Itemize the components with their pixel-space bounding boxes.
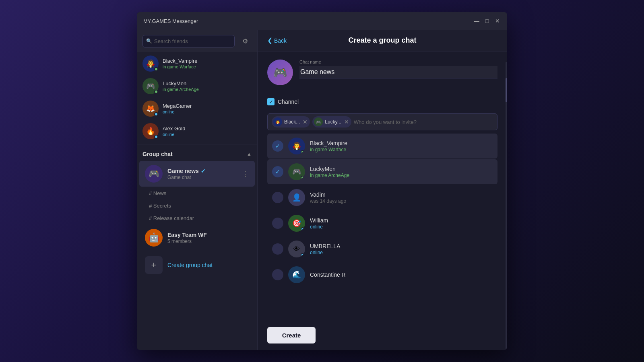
verified-badge: ✔ bbox=[201, 168, 206, 174]
person-item-ppl-constantine[interactable]: 🌊 Constantine R bbox=[267, 262, 497, 287]
friend-item-black-vampire[interactable]: 🧛 Black_Vampire in game Warface bbox=[137, 52, 257, 75]
person-item-ppl-umbrella[interactable]: 👁 UMBRELLA online bbox=[267, 237, 497, 261]
avatar-wrap-mega-gamer: 🦊 bbox=[142, 101, 159, 117]
person-status-ppl-black-vampire: in game Warface bbox=[310, 147, 493, 152]
create-button-area: Create bbox=[258, 321, 507, 350]
person-avatar-ppl-lucky-men: 🎮 bbox=[288, 163, 305, 180]
settings-button[interactable]: ⚙ bbox=[239, 35, 252, 47]
chip-remove-chip-black[interactable]: ✕ bbox=[303, 119, 308, 125]
friend-item-alex-gold[interactable]: 🔥 Alex Gold online bbox=[137, 120, 257, 142]
person-item-ppl-lucky-men[interactable]: ✓ 🎮 LuckyMen in game ArcheAge bbox=[267, 159, 497, 184]
search-icon: 🔍 bbox=[146, 38, 152, 44]
people-list: ✓ 🧛 Black_Vampire in game Warface ✓ 🎮 Lu… bbox=[258, 134, 507, 321]
maximize-button[interactable]: □ bbox=[484, 18, 490, 24]
team-item-easy-team-wf[interactable]: 🤖 Easy Team WF 5 members bbox=[139, 225, 255, 251]
person-status-ppl-umbrella: online bbox=[310, 250, 493, 255]
status-dot-mega-gamer bbox=[154, 112, 158, 116]
channel-checkbox-label: Channel bbox=[278, 99, 299, 105]
person-status-ppl-lucky-men: in game ArcheAge bbox=[310, 173, 493, 178]
chip-remove-chip-lucky[interactable]: ✕ bbox=[344, 119, 349, 125]
friend-info-mega-gamer: MegaGamer online bbox=[163, 103, 252, 114]
friend-status-black-vampire: in game Warface bbox=[163, 64, 252, 69]
create-group-chat-button[interactable]: + Create group chat bbox=[139, 252, 255, 278]
friend-info-alex-gold: Alex Gold online bbox=[163, 125, 252, 137]
team-sub: 5 members bbox=[167, 239, 249, 244]
collapse-icon[interactable]: ▲ bbox=[247, 151, 252, 157]
chat-menu-button[interactable]: ⋮ bbox=[242, 169, 249, 178]
scrollbar[interactable] bbox=[506, 62, 507, 350]
invite-input[interactable] bbox=[354, 119, 493, 125]
friend-info-lucky-men: LuckyMen in game ArcheAge bbox=[163, 80, 252, 92]
app-title: MY.GAMES Messenger bbox=[143, 18, 198, 24]
person-check-ppl-constantine bbox=[272, 269, 283, 280]
friend-name-black-vampire: Black_Vampire bbox=[163, 58, 252, 64]
status-dot-alex-gold bbox=[154, 135, 158, 139]
create-button[interactable]: Create bbox=[267, 327, 316, 343]
back-label: Back bbox=[274, 37, 287, 44]
search-input[interactable] bbox=[142, 35, 235, 47]
person-item-ppl-vadim[interactable]: 👤 Vadim was 14 days ago bbox=[267, 185, 497, 210]
chat-item-game-news[interactable]: 🎮 Game news ✔ Game chat ⋮ bbox=[139, 161, 255, 187]
team-name: Easy Team WF bbox=[167, 232, 249, 238]
friend-item-lucky-men[interactable]: 🎮 LuckyMen in game ArcheAge bbox=[137, 75, 257, 97]
friend-status-alex-gold: online bbox=[163, 132, 252, 137]
close-button[interactable]: ✕ bbox=[494, 18, 501, 24]
right-panel: ❮ Back Create a group chat 🎮 Chat name ✓… bbox=[258, 30, 507, 350]
status-dot-lucky-men bbox=[154, 90, 158, 94]
person-item-ppl-black-vampire[interactable]: ✓ 🧛 Black_Vampire in game Warface bbox=[267, 134, 497, 158]
group-header: Group chat ▲ bbox=[137, 146, 257, 160]
section-divider bbox=[137, 144, 257, 144]
chat-name-input[interactable] bbox=[299, 66, 497, 78]
person-check-ppl-black-vampire: ✓ bbox=[272, 140, 283, 152]
person-name-ppl-umbrella: UMBRELLA bbox=[310, 243, 493, 249]
plus-icon: + bbox=[145, 256, 163, 274]
person-item-ppl-william[interactable]: 🎯 William online bbox=[267, 211, 497, 236]
invite-chip-chip-black: 🧛 Black... ✕ bbox=[272, 116, 310, 128]
channel-checkbox[interactable]: ✓ bbox=[267, 98, 275, 105]
chat-info-game-news: Game news ✔ Game chat bbox=[167, 168, 237, 180]
chat-sub: Game chat bbox=[167, 175, 237, 180]
person-avatar-ppl-vadim: 👤 bbox=[288, 189, 305, 206]
person-check-ppl-lucky-men: ✓ bbox=[272, 166, 283, 177]
form-fields: Chat name bbox=[299, 60, 497, 78]
app-window: MY.GAMES Messenger — □ ✕ 🔍 ⚙ 🧛 bbox=[137, 12, 507, 350]
minimize-button[interactable]: — bbox=[473, 18, 480, 24]
invite-box: 🧛 Black... ✕ 🎮 Lucky... ✕ bbox=[267, 113, 497, 130]
friend-name-lucky-men: LuckyMen bbox=[163, 80, 252, 86]
person-avatar-ppl-constantine: 🌊 bbox=[288, 266, 305, 283]
chat-avatar-game-news: 🎮 bbox=[145, 165, 163, 183]
chat-name: Game news bbox=[167, 168, 199, 174]
invite-area: 🧛 Black... ✕ 🎮 Lucky... ✕ bbox=[258, 110, 507, 134]
person-name-ppl-william: William bbox=[310, 217, 493, 224]
channel-release-calendar[interactable]: # Release calendar bbox=[137, 212, 257, 224]
person-avatar-ppl-umbrella: 👁 bbox=[288, 241, 305, 257]
person-avatar-ppl-black-vampire: 🧛 bbox=[288, 138, 305, 154]
person-avatar-ppl-william: 🎯 bbox=[288, 215, 305, 232]
title-bar: MY.GAMES Messenger — □ ✕ bbox=[137, 12, 507, 30]
friend-name-alex-gold: Alex Gold bbox=[163, 125, 252, 132]
person-name-ppl-constantine: Constantine R bbox=[310, 272, 493, 278]
back-button[interactable]: ❮ Back bbox=[267, 37, 287, 44]
right-header: ❮ Back Create a group chat bbox=[258, 30, 507, 51]
friend-status-lucky-men: in game ArcheAge bbox=[163, 87, 252, 92]
person-status-ppl-william: online bbox=[310, 224, 493, 230]
person-info-ppl-vadim: Vadim was 14 days ago bbox=[310, 191, 493, 204]
channel-news[interactable]: # News bbox=[137, 187, 257, 200]
right-panel-title: Create a group chat bbox=[348, 36, 416, 45]
create-group-chat-label: Create group chat bbox=[167, 262, 213, 268]
person-status-ppl-vadim: was 14 days ago bbox=[310, 198, 493, 204]
channel-row: ✓ Channel bbox=[258, 93, 507, 110]
check-icon: ✓ bbox=[275, 169, 280, 175]
channel-secrets[interactable]: # Secrets bbox=[137, 200, 257, 212]
scrollbar-thumb bbox=[506, 78, 507, 102]
team-info-easy-team-wf: Easy Team WF 5 members bbox=[167, 232, 249, 244]
group-section: Group chat ▲ 🎮 Game news ✔ Game chat ⋮ bbox=[137, 146, 257, 350]
person-info-ppl-lucky-men: LuckyMen in game ArcheAge bbox=[310, 166, 493, 178]
group-icon-picker[interactable]: 🎮 bbox=[267, 60, 293, 85]
main-content: 🔍 ⚙ 🧛 Black_Vampire in game Warface 🎮 bbox=[137, 30, 507, 350]
friend-item-mega-gamer[interactable]: 🦊 MegaGamer online bbox=[137, 97, 257, 120]
person-check-ppl-william bbox=[272, 218, 283, 229]
chip-avatar-chip-black: 🧛 bbox=[273, 117, 282, 126]
form-area: 🎮 Chat name bbox=[258, 51, 507, 93]
person-check-ppl-vadim bbox=[272, 192, 283, 203]
